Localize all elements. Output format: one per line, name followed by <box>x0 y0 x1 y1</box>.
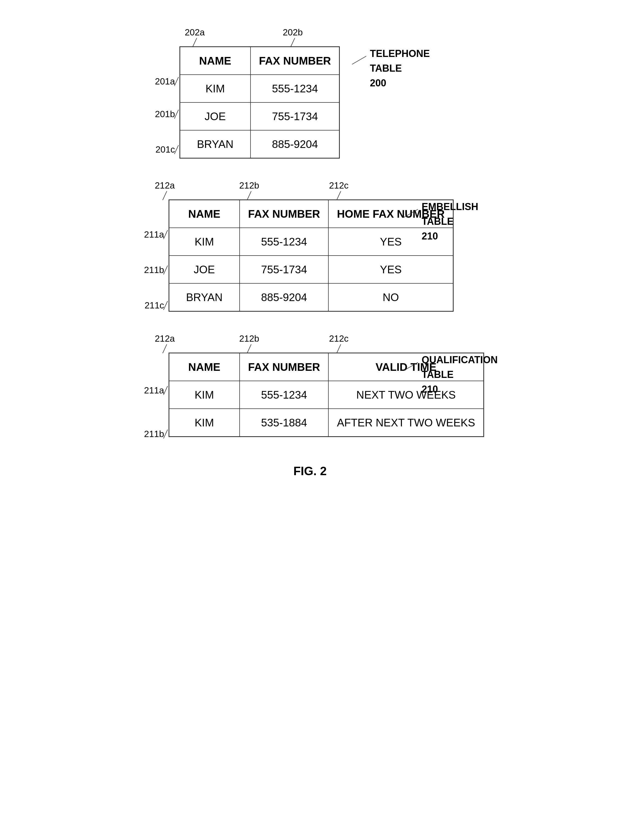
slash-212b-2 <box>247 191 251 200</box>
cell: KIM <box>169 409 239 437</box>
table2-title: EMBELLISH TABLE 210 <box>422 199 479 244</box>
th-name-1: NAME <box>180 47 250 75</box>
slash-202b <box>290 38 295 47</box>
col-ref-212c-3: 212c <box>329 333 349 354</box>
row-ref-211a-3: 211a <box>144 385 166 396</box>
cell: 555-1234 <box>250 75 340 103</box>
th-fax-2: FAX NUMBER <box>239 200 328 228</box>
row-ref-201b: 201b <box>155 109 176 119</box>
th-name-3: NAME <box>169 353 239 381</box>
cell: KIM <box>169 228 239 256</box>
col-ref-212b-2: 212b <box>239 180 259 201</box>
embellish-table: NAME FAX NUMBER HOME FAX NUMBER KIM 555-… <box>169 199 454 312</box>
th-fax-1: FAX NUMBER <box>250 47 340 75</box>
table-row: JOE 755-1734 <box>180 103 340 130</box>
col-refs-3: 212a 212b 212c <box>133 333 542 353</box>
col-ref-212c-2: 212c <box>329 180 349 201</box>
col-ref-202b: 202b <box>283 27 303 47</box>
slash-212c-3 <box>337 344 341 353</box>
diagram-2: 212a 212b 212c 211a 211b <box>79 180 542 312</box>
th-fax-3: FAX NUMBER <box>239 353 328 381</box>
slash-212b-3 <box>247 344 251 353</box>
cell: AFTER NEXT TWO WEEKS <box>328 409 484 437</box>
col-ref-212b-3: 212b <box>239 333 259 354</box>
cell: 555-1234 <box>239 228 328 256</box>
table1-title: TELEPHONE TABLE 200 <box>370 46 430 90</box>
diagram-3: 212a 212b 212c 211a 211b <box>79 333 542 437</box>
row-ref-211c: 211c <box>144 300 166 311</box>
cell: 885-9204 <box>239 284 328 311</box>
cell: JOE <box>169 256 239 284</box>
table-row: JOE 755-1734 YES <box>169 256 453 284</box>
cell: 535-1884 <box>239 409 328 437</box>
table3-title: QUALIFICATION TABLE 210 <box>422 353 498 397</box>
col-ref-202a: 202a <box>185 27 205 47</box>
cell: KIM <box>180 75 250 103</box>
page-content: 202a 202b 201a 201b <box>0 0 620 840</box>
col-ref-212a-3: 212a <box>155 333 175 354</box>
col-refs-2: 212a 212b 212c <box>133 180 542 199</box>
telephone-table: NAME FAX NUMBER KIM 555-1234 JOE 755-173… <box>179 46 340 158</box>
col-ref-212a-2: 212a <box>155 180 175 201</box>
table-row: KIM 555-1234 <box>180 75 340 103</box>
title-slash-1 <box>352 56 366 65</box>
cell: 885-9204 <box>250 130 340 158</box>
cell: BRYAN <box>180 130 250 158</box>
table1-area: 201a 201b 201c NAME <box>133 46 542 158</box>
row-ref-211b-3: 211b <box>144 429 166 439</box>
row-ref-211b-2: 211b <box>144 265 166 275</box>
fig-caption: FIG. 2 <box>293 464 327 478</box>
col-refs-1: 202a 202b <box>160 27 542 46</box>
row-ref-211a: 211a <box>144 229 166 240</box>
table-row: KIM 555-1234 YES <box>169 228 453 256</box>
table-row: BRYAN 885-9204 <box>180 130 340 158</box>
cell: NO <box>328 284 453 311</box>
cell: YES <box>328 256 453 284</box>
slash-212c-2 <box>337 191 341 200</box>
cell: 555-1234 <box>239 381 328 409</box>
table-row: KIM 535-1884 AFTER NEXT TWO WEEKS <box>169 409 484 437</box>
cell: 755-1734 <box>239 256 328 284</box>
table2-area: 211a 211b 211c NAME FAX NUMBER <box>122 199 542 312</box>
cell: KIM <box>169 381 239 409</box>
table-row: BRYAN 885-9204 NO <box>169 284 453 311</box>
cell: JOE <box>180 103 250 130</box>
th-name-2: NAME <box>169 200 239 228</box>
table3-area: 211a 211b NAME FAX NUMBER VALID TIME <box>122 353 542 437</box>
row-ref-201a: 201a <box>155 76 176 87</box>
slash-212a-3 <box>163 344 167 353</box>
diagram-1: 202a 202b 201a 201b <box>79 27 542 158</box>
slash-212a-2 <box>163 191 167 200</box>
cell: 755-1734 <box>250 103 340 130</box>
slash-202a <box>193 38 197 47</box>
cell: BRYAN <box>169 284 239 311</box>
row-ref-201c: 201c <box>155 145 177 155</box>
